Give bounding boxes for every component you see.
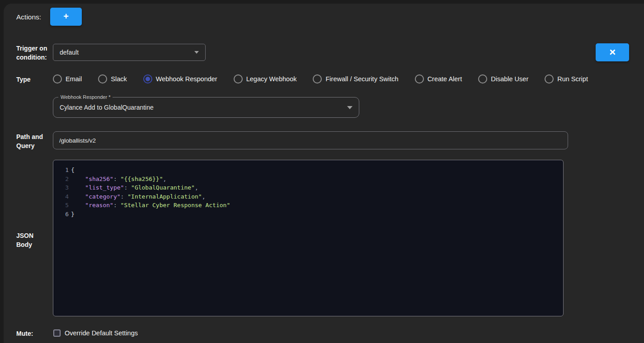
json-body-editor[interactable]: 1{2 "sha256": "{{sha256}}",3 "list_type"…	[53, 160, 564, 316]
mute-label: Mute:	[16, 329, 33, 338]
radio-unselected-icon[interactable]	[98, 74, 107, 83]
type-label: Type	[16, 75, 31, 84]
code-line-content: "sha256": "{{sha256}}",	[71, 175, 166, 184]
type-radio-group: EmailSlackWebhook ResponderLegacy Webhoo…	[53, 72, 588, 86]
line-number: 6	[53, 210, 71, 219]
radio-option-label: Run Script	[557, 75, 588, 83]
json-editor-code: 1{2 "sha256": "{{sha256}}",3 "list_type"…	[53, 166, 563, 218]
path-query-input[interactable]	[53, 131, 568, 149]
trigger-condition-select-value: default	[60, 49, 191, 56]
remove-action-button[interactable]	[596, 43, 629, 61]
code-line-content: }	[71, 210, 75, 219]
code-line: 6}	[53, 210, 563, 219]
radio-unselected-icon[interactable]	[313, 74, 322, 83]
override-default-settings-label: Override Default Settings	[65, 329, 138, 337]
trigger-label-line2: condition:	[16, 53, 47, 62]
mute-option: Override Default Settings	[53, 329, 138, 337]
path-query-label: Path and Query	[16, 132, 43, 150]
add-action-button[interactable]: +	[50, 8, 82, 26]
json-label-line1: JSON	[16, 231, 33, 240]
code-line-content: {	[71, 166, 75, 175]
radio-unselected-icon[interactable]	[234, 74, 243, 83]
radio-unselected-icon[interactable]	[545, 74, 554, 83]
radio-option-label: Create Alert	[428, 75, 462, 83]
json-body-label: JSON Body	[16, 231, 33, 249]
trigger-condition-select[interactable]: default	[53, 44, 206, 61]
radio-option-label: Disable User	[491, 75, 528, 83]
chevron-down-icon	[347, 106, 353, 109]
webhook-responder-select-value: Cylance Add to GlobalQuarantine	[60, 104, 343, 111]
line-number: 5	[53, 201, 71, 210]
x-icon	[609, 49, 616, 56]
radio-option-label: Webhook Responder	[156, 75, 217, 83]
path-label-line1: Path and	[16, 132, 43, 141]
radio-option-run-script[interactable]: Run Script	[545, 74, 588, 83]
action-config-panel: Actions: + Trigger on condition: default…	[4, 4, 644, 343]
radio-option-label: Email	[66, 75, 82, 83]
code-line: 5 "reason": "Stellar Cyber Response Acti…	[53, 201, 563, 210]
radio-selected-icon[interactable]	[143, 74, 152, 83]
radio-option-email[interactable]: Email	[53, 74, 82, 83]
radio-unselected-icon[interactable]	[53, 74, 62, 83]
radio-option-legacy-webhook[interactable]: Legacy Webhook	[234, 74, 297, 83]
actions-label: Actions:	[16, 13, 41, 22]
radio-unselected-icon[interactable]	[415, 74, 424, 83]
plus-icon: +	[63, 12, 69, 21]
radio-option-label: Legacy Webhook	[246, 75, 297, 83]
radio-option-create-alert[interactable]: Create Alert	[415, 74, 462, 83]
chevron-down-icon	[194, 51, 199, 54]
code-line-content: "reason": "Stellar Cyber Response Action…	[71, 201, 230, 210]
radio-option-slack[interactable]: Slack	[98, 74, 127, 83]
code-line: 1{	[53, 166, 563, 175]
json-label-line2: Body	[16, 240, 33, 249]
radio-option-disable-user[interactable]: Disable User	[478, 74, 528, 83]
line-number: 2	[53, 175, 71, 184]
line-number: 3	[53, 183, 71, 192]
trigger-condition-label: Trigger on condition:	[16, 44, 47, 62]
trigger-label-line1: Trigger on	[16, 44, 47, 53]
radio-option-webhook-responder[interactable]: Webhook Responder	[143, 74, 217, 83]
radio-option-label: Slack	[111, 75, 127, 83]
webhook-responder-floating-label: Webhook Responder *	[58, 94, 113, 101]
line-number: 4	[53, 192, 71, 201]
path-label-line2: Query	[16, 141, 43, 150]
line-number: 1	[53, 166, 71, 175]
webhook-responder-select[interactable]: Webhook Responder * Cylance Add to Globa…	[53, 97, 359, 118]
code-line: 3 "list_type": "GlobalQuarantine",	[53, 183, 563, 192]
code-line-content: "list_type": "GlobalQuarantine",	[71, 183, 198, 192]
code-line: 4 "category": "InternalApplication",	[53, 192, 563, 201]
radio-option-firewall-security-switch[interactable]: Firewall / Security Switch	[313, 74, 398, 83]
code-line-content: "category": "InternalApplication",	[71, 192, 205, 201]
radio-unselected-icon[interactable]	[478, 74, 487, 83]
code-line: 2 "sha256": "{{sha256}}",	[53, 175, 563, 184]
override-default-settings-checkbox[interactable]	[53, 329, 61, 337]
radio-option-label: Firewall / Security Switch	[325, 75, 398, 83]
